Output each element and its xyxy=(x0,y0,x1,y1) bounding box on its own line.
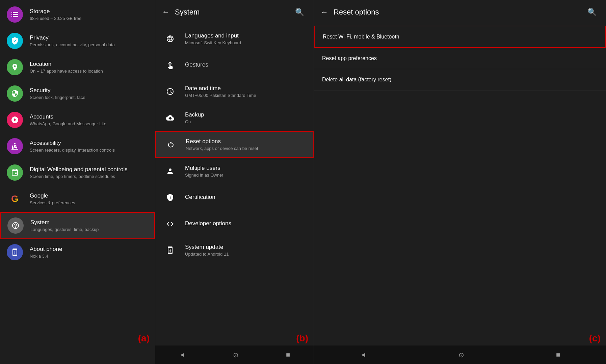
panel-a: Storage 68% used – 20.25 GB free Privacy… xyxy=(0,0,155,364)
system-item-multiusers[interactable]: Multiple users Signed in as Owner xyxy=(155,158,314,184)
reset-option-factory[interactable]: Delete all data (factory reset) xyxy=(314,69,606,90)
accessibility-text: Accessibility Screen readers, display, i… xyxy=(30,140,148,153)
nav-back-b[interactable]: ◄ xyxy=(171,348,194,361)
nav-home-b[interactable]: ⊙ xyxy=(225,348,247,362)
datetime-subtitle: GMT+05:00 Pakistan Standard Time xyxy=(185,93,307,98)
multiusers-subtitle: Signed in as Owner xyxy=(185,173,307,178)
privacy-subtitle: Permissions, account activity, personal … xyxy=(30,42,148,47)
panel-b-label: (b) xyxy=(296,333,308,344)
google-text: Google Services & preferences xyxy=(30,192,148,205)
search-icon-c[interactable]: 🔍 xyxy=(585,6,599,18)
nav-back-c[interactable]: ◄ xyxy=(352,348,375,361)
reset-option-app[interactable]: Reset app preferences xyxy=(314,48,606,69)
digital-text: Digital Wellbeing and parental controls … xyxy=(30,166,148,179)
system-item-gestures[interactable]: Gestures xyxy=(155,52,314,78)
system-item-languages[interactable]: Languages and input Microsoft SwiftKey K… xyxy=(155,26,314,52)
accounts-text: Accounts WhatsApp, Google and Messenger … xyxy=(30,113,148,126)
developer-text: Developer options xyxy=(185,220,307,228)
sidebar-item-digital[interactable]: Digital Wellbeing and parental controls … xyxy=(0,159,155,186)
storage-icon xyxy=(7,6,23,23)
reset-app-title: Reset app preferences xyxy=(322,55,598,61)
back-button-c[interactable]: ← xyxy=(321,8,328,17)
svg-point-0 xyxy=(14,143,16,144)
sidebar-item-google[interactable]: G Google Services & preferences xyxy=(0,186,155,212)
panel-c-label: (c) xyxy=(589,333,601,344)
bottom-nav-b: ◄ ⊙ ■ xyxy=(155,345,314,364)
bottom-nav-c: ◄ ⊙ ■ xyxy=(314,345,606,364)
sidebar-item-system[interactable]: System Languages, gestures, time, backup xyxy=(0,212,155,239)
settings-list-a: Storage 68% used – 20.25 GB free Privacy… xyxy=(0,0,155,364)
sysupdate-text: System update Updated to Android 11 xyxy=(185,244,307,257)
accounts-title: Accounts xyxy=(30,113,148,120)
storage-subtitle: 68% used – 20.25 GB free xyxy=(30,16,148,21)
location-subtitle: On – 17 apps have access to location xyxy=(30,69,148,74)
multiusers-text: Multiple users Signed in as Owner xyxy=(185,165,307,178)
security-subtitle: Screen lock, fingerprint, face xyxy=(30,95,148,100)
panel-b: ← System 🔍 Languages and input Microsoft… xyxy=(155,0,314,364)
system-item-sysupdate[interactable]: System update Updated to Android 11 xyxy=(155,237,314,263)
system-text: System Languages, gestures, time, backup xyxy=(30,219,148,232)
certification-icon xyxy=(162,189,178,206)
sidebar-item-accounts[interactable]: Accounts WhatsApp, Google and Messenger … xyxy=(0,107,155,133)
datetime-icon xyxy=(162,83,178,100)
language-icon xyxy=(162,31,178,47)
backup-icon xyxy=(162,110,178,126)
system-item-datetime[interactable]: Date and time GMT+05:00 Pakistan Standar… xyxy=(155,78,314,105)
certification-text: Certification xyxy=(185,194,307,202)
google-title: Google xyxy=(30,192,148,199)
location-text: Location On – 17 apps have access to loc… xyxy=(30,61,148,74)
sidebar-item-about[interactable]: About phone Nokia 3.4 xyxy=(0,239,155,265)
accessibility-title: Accessibility xyxy=(30,140,148,147)
sidebar-item-security[interactable]: Security Screen lock, fingerprint, face xyxy=(0,80,155,107)
sysupdate-icon xyxy=(162,242,178,258)
about-subtitle: Nokia 3.4 xyxy=(30,254,148,259)
panel-c: ← Reset options 🔍 Reset Wi-Fi, mobile & … xyxy=(314,0,606,364)
search-icon-b[interactable]: 🔍 xyxy=(292,6,307,18)
security-icon xyxy=(7,85,23,102)
nav-recents-b[interactable]: ■ xyxy=(278,348,298,361)
storage-title: Storage xyxy=(30,8,148,15)
security-title: Security xyxy=(30,87,148,94)
panel-b-header: ← System 🔍 xyxy=(155,0,314,24)
google-icon: G xyxy=(7,191,23,207)
reset-icon xyxy=(163,136,179,153)
accounts-subtitle: WhatsApp, Google and Messenger Lite xyxy=(30,121,148,126)
sysupdate-title: System update xyxy=(185,244,307,251)
system-item-developer[interactable]: Developer options xyxy=(155,211,314,237)
system-item-reset[interactable]: Reset options Network, apps or device ca… xyxy=(155,131,314,158)
developer-title: Developer options xyxy=(185,220,307,227)
system-icon xyxy=(7,217,24,234)
panel-b-title: System xyxy=(175,8,292,17)
location-icon xyxy=(7,59,23,75)
sidebar-item-accessibility[interactable]: Accessibility Screen readers, display, i… xyxy=(0,133,155,159)
datetime-title: Date and time xyxy=(185,85,307,92)
multiusers-title: Multiple users xyxy=(185,165,307,172)
back-button-b[interactable]: ← xyxy=(162,8,169,17)
factory-reset-title: Delete all data (factory reset) xyxy=(322,77,598,83)
settings-list-c: Reset Wi-Fi, mobile & Bluetooth Reset ap… xyxy=(314,24,606,345)
gestures-title: Gestures xyxy=(185,61,307,68)
digital-icon xyxy=(7,164,23,181)
sidebar-item-location[interactable]: Location On – 17 apps have access to loc… xyxy=(0,54,155,80)
nav-recents-c[interactable]: ■ xyxy=(548,348,568,361)
multiusers-icon xyxy=(162,163,178,179)
digital-subtitle: Screen time, app timers, bedtime schedul… xyxy=(30,174,148,179)
accounts-icon xyxy=(7,112,23,128)
sidebar-item-storage[interactable]: Storage 68% used – 20.25 GB free xyxy=(0,1,155,28)
gestures-icon xyxy=(162,57,178,73)
system-item-backup[interactable]: Backup On xyxy=(155,105,314,131)
backup-title: Backup xyxy=(185,111,307,118)
storage-text: Storage 68% used – 20.25 GB free xyxy=(30,8,148,21)
panel-c-header: ← Reset options 🔍 xyxy=(314,0,606,24)
gestures-text: Gestures xyxy=(185,61,307,69)
system-item-certification[interactable]: Certification xyxy=(155,184,314,211)
reset-title: Reset options xyxy=(186,138,306,145)
reset-option-wifi[interactable]: Reset Wi-Fi, mobile & Bluetooth xyxy=(314,26,606,48)
digital-title: Digital Wellbeing and parental controls xyxy=(30,166,148,173)
system-subtitle: Languages, gestures, time, backup xyxy=(30,227,148,232)
languages-text: Languages and input Microsoft SwiftKey K… xyxy=(185,32,307,45)
location-title: Location xyxy=(30,61,148,68)
privacy-icon xyxy=(7,33,23,49)
sidebar-item-privacy[interactable]: Privacy Permissions, account activity, p… xyxy=(0,28,155,54)
nav-home-c[interactable]: ⊙ xyxy=(450,348,472,362)
